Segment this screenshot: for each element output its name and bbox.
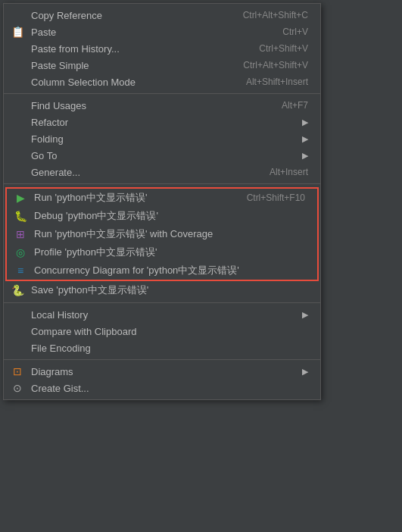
separator-1 xyxy=(4,93,320,94)
diagrams-arrow: ▶ xyxy=(302,367,308,377)
menu-item-paste[interactable]: 📋 Paste Ctrl+V xyxy=(4,23,320,40)
find-usages-shortcut: Alt+F7 xyxy=(282,100,308,111)
paste-shortcut: Ctrl+V xyxy=(282,27,308,37)
menu-item-profile[interactable]: ◎ Profile 'python中文显示错误' xyxy=(7,243,317,261)
menu-item-run[interactable]: ▶ Run 'python中文显示错误' Ctrl+Shift+F10 xyxy=(7,189,317,207)
column-selection-shortcut: Alt+Shift+Insert xyxy=(246,77,308,87)
go-to-label: Go To xyxy=(31,150,302,161)
context-menu: Copy Reference Ctrl+Alt+Shift+C 📋 Paste … xyxy=(3,3,321,400)
save-label: Save 'python中文显示错误' xyxy=(31,283,308,297)
diagrams-icon: ⊡ xyxy=(10,365,25,377)
run-icon: ▶ xyxy=(13,192,28,204)
paste-from-history-label: Paste from History... xyxy=(31,43,236,55)
python-icon: 🐍 xyxy=(10,284,25,296)
folding-arrow: ▶ xyxy=(302,134,308,144)
file-encoding-label: File Encoding xyxy=(31,343,308,354)
paste-icon: 📋 xyxy=(10,26,25,38)
concurrency-icon: ≡ xyxy=(13,264,28,277)
menu-item-copy-reference[interactable]: Copy Reference Ctrl+Alt+Shift+C xyxy=(4,7,320,23)
menu-item-refactor[interactable]: Refactor ▶ xyxy=(4,114,320,130)
separator-4 xyxy=(4,359,320,360)
paste-simple-label: Paste Simple xyxy=(31,60,220,71)
run-shortcut: Ctrl+Shift+F10 xyxy=(247,192,305,203)
menu-item-folding[interactable]: Folding ▶ xyxy=(4,130,320,147)
generate-shortcut: Alt+Insert xyxy=(270,167,308,177)
go-to-arrow: ▶ xyxy=(302,151,308,161)
refactor-arrow: ▶ xyxy=(302,117,308,127)
column-selection-label: Column Selection Mode xyxy=(31,77,223,88)
menu-item-file-encoding[interactable]: File Encoding xyxy=(4,340,320,356)
menu-item-create-gist[interactable]: ⊙ Create Gist... xyxy=(4,380,320,396)
create-gist-label: Create Gist... xyxy=(31,383,308,394)
concurrency-diagram-label: Concurrency Diagram for 'python中文显示错误' xyxy=(34,264,305,277)
menu-item-find-usages[interactable]: Find Usages Alt+F7 xyxy=(4,97,320,114)
separator-2 xyxy=(4,183,320,184)
menu-item-generate[interactable]: Generate... Alt+Insert xyxy=(4,164,320,180)
menu-item-debug[interactable]: 🐛 Debug 'python中文显示错误' xyxy=(7,207,317,225)
generate-label: Generate... xyxy=(31,167,247,178)
coverage-icon: ⊞ xyxy=(13,228,28,240)
debug-label: Debug 'python中文显示错误' xyxy=(34,209,305,223)
paste-label: Paste xyxy=(31,27,260,38)
local-history-arrow: ▶ xyxy=(302,310,308,320)
copy-reference-shortcut: Ctrl+Alt+Shift+C xyxy=(243,10,308,20)
diagrams-label: Diagrams xyxy=(31,366,302,377)
menu-item-diagrams[interactable]: ⊡ Diagrams ▶ xyxy=(4,363,320,380)
menu-item-run-coverage[interactable]: ⊞ Run 'python中文显示错误' with Coverage xyxy=(7,225,317,243)
menu-item-save[interactable]: 🐍 Save 'python中文显示错误' xyxy=(4,281,320,299)
compare-clipboard-label: Compare with Clipboard xyxy=(31,326,308,337)
menu-item-column-selection[interactable]: Column Selection Mode Alt+Shift+Insert xyxy=(4,74,320,90)
paste-simple-shortcut: Ctrl+Alt+Shift+V xyxy=(243,60,308,70)
run-coverage-label: Run 'python中文显示错误' with Coverage xyxy=(34,227,305,241)
menu-item-go-to[interactable]: Go To ▶ xyxy=(4,147,320,164)
separator-3 xyxy=(4,302,320,303)
run-label: Run 'python中文显示错误' xyxy=(34,191,224,205)
refactor-label: Refactor xyxy=(31,117,302,128)
menu-item-local-history[interactable]: Local History ▶ xyxy=(4,306,320,323)
find-usages-label: Find Usages xyxy=(31,100,259,111)
folding-label: Folding xyxy=(31,133,302,145)
menu-item-concurrency-diagram[interactable]: ≡ Concurrency Diagram for 'python中文显示错误' xyxy=(7,261,317,280)
copy-reference-label: Copy Reference xyxy=(31,10,220,21)
menu-item-compare-clipboard[interactable]: Compare with Clipboard xyxy=(4,323,320,340)
menu-item-paste-from-history[interactable]: Paste from History... Ctrl+Shift+V xyxy=(4,40,320,57)
highlighted-run-section: ▶ Run 'python中文显示错误' Ctrl+Shift+F10 🐛 De… xyxy=(5,187,319,281)
profile-label: Profile 'python中文显示错误' xyxy=(34,246,305,259)
menu-item-paste-simple[interactable]: Paste Simple Ctrl+Alt+Shift+V xyxy=(4,57,320,74)
profile-icon: ◎ xyxy=(13,246,28,258)
local-history-label: Local History xyxy=(31,309,302,321)
paste-from-history-shortcut: Ctrl+Shift+V xyxy=(259,43,308,54)
github-icon: ⊙ xyxy=(10,382,25,394)
debug-icon: 🐛 xyxy=(13,210,28,222)
